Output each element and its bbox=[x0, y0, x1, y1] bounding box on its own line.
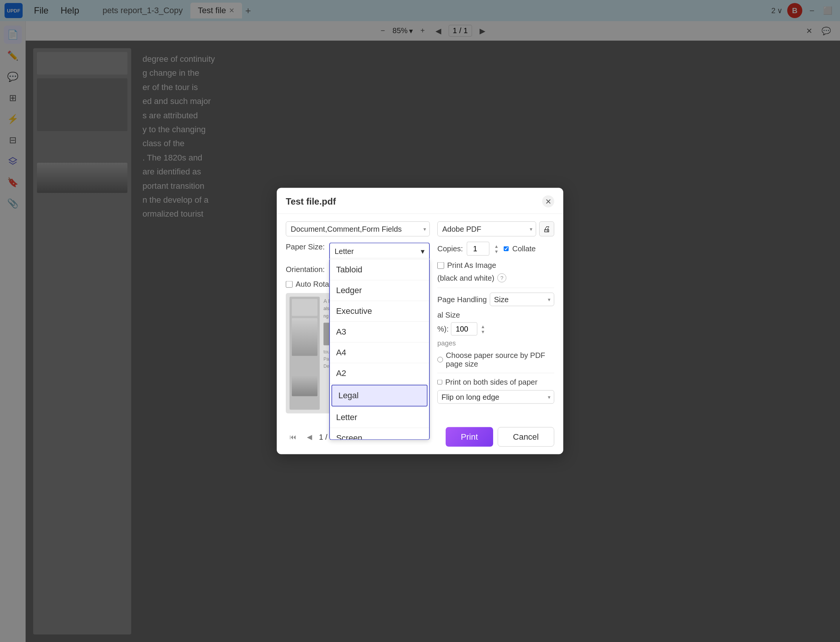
content-row: Document,Comment,Form Fields ▾ bbox=[286, 222, 430, 237]
both-sides-row: Print on both sides of paper bbox=[437, 378, 554, 387]
divider-1 bbox=[437, 288, 554, 288]
copies-input[interactable] bbox=[467, 242, 489, 256]
copies-row: Copies: ▲ ▼ Collate bbox=[437, 242, 554, 256]
percent-up[interactable]: ▲ bbox=[479, 324, 486, 329]
cancel-button[interactable]: Cancel bbox=[498, 427, 554, 447]
orientation-label: Orientation: bbox=[286, 265, 325, 274]
percent-input-row: %): ▲ ▼ bbox=[437, 323, 554, 336]
print-as-image-label: Print As Image bbox=[447, 261, 496, 270]
custom-size-label: al Size bbox=[437, 311, 460, 319]
dialog-body: Document,Comment,Form Fields ▾ Paper Siz… bbox=[277, 214, 563, 421]
both-sides-label: Print on both sides of paper bbox=[445, 378, 538, 387]
paper-size-trigger-arrow: ▾ bbox=[421, 247, 424, 256]
print-dialog: Test file.pdf ✕ Document,Comment,Form Fi… bbox=[277, 188, 563, 454]
print-as-image-row: Print As Image bbox=[437, 261, 554, 270]
print-button[interactable]: Print bbox=[446, 427, 493, 447]
dialog-right-column: Adobe PDF ▾ 🖨 Copies: ▲ ▼ Collate bbox=[437, 222, 554, 414]
color-help-icon[interactable]: ? bbox=[497, 274, 506, 282]
collate-checkbox[interactable] bbox=[504, 246, 509, 251]
paper-size-label: Paper Size: bbox=[286, 243, 325, 251]
custom-size-row: al Size bbox=[437, 311, 554, 319]
handling-row: Page Handling Size ▾ bbox=[437, 293, 554, 306]
paper-option-ledger[interactable]: Ledger bbox=[330, 280, 429, 301]
percent-input[interactable] bbox=[451, 323, 477, 336]
paper-size-dropdown: Tabloid Ledger Executive A3 A4 A2 Legal … bbox=[329, 259, 430, 440]
paper-option-letter[interactable]: Letter bbox=[330, 407, 429, 428]
percent-down[interactable]: ▼ bbox=[479, 329, 486, 334]
content-select[interactable]: Document,Comment,Form Fields bbox=[286, 222, 430, 237]
auto-rotate-checkbox[interactable] bbox=[286, 281, 292, 287]
printer-row: Adobe PDF ▾ 🖨 bbox=[437, 222, 554, 237]
dialog-title: Test file.pdf bbox=[286, 196, 336, 207]
paper-source-radio[interactable] bbox=[437, 357, 443, 363]
paper-option-a4[interactable]: A4 bbox=[330, 342, 429, 363]
pages-label: pages bbox=[437, 339, 456, 347]
dialog-actions: Print Cancel bbox=[446, 427, 554, 447]
copies-down[interactable]: ▼ bbox=[493, 249, 500, 254]
pages-text: pages bbox=[437, 339, 554, 347]
copies-up[interactable]: ▲ bbox=[493, 243, 500, 249]
color-label: (black and white) bbox=[437, 274, 494, 282]
collate-label: Collate bbox=[512, 245, 536, 253]
printer-settings-button[interactable]: 🖨 bbox=[539, 222, 554, 237]
color-row: (black and white) ? bbox=[437, 274, 554, 282]
content-select-wrapper: Document,Comment,Form Fields ▾ bbox=[286, 222, 430, 237]
paper-size-dropdown-container: Letter ▾ Tabloid Ledger Executive A3 A4 … bbox=[329, 243, 430, 259]
handling-select-wrapper: Size ▾ bbox=[490, 293, 554, 306]
paper-size-trigger[interactable]: Letter ▾ bbox=[329, 243, 430, 259]
dialog-left-column: Document,Comment,Form Fields ▾ Paper Siz… bbox=[286, 222, 430, 414]
paper-option-a2[interactable]: A2 bbox=[330, 363, 429, 384]
percent-label: %): bbox=[437, 325, 448, 334]
dialog-header: Test file.pdf ✕ bbox=[277, 188, 563, 214]
paper-size-value: Letter bbox=[335, 247, 354, 255]
printer-select[interactable]: Adobe PDF bbox=[437, 222, 536, 237]
paper-option-executive[interactable]: Executive bbox=[330, 301, 429, 322]
printer-select-wrapper: Adobe PDF ▾ bbox=[437, 222, 536, 237]
divider-2 bbox=[437, 373, 554, 373]
percent-spinner: ▲ ▼ bbox=[479, 324, 486, 334]
flip-select-wrapper: Flip on long edge Flip on short edge ▾ bbox=[437, 390, 554, 404]
dialog-close-button[interactable]: ✕ bbox=[542, 196, 554, 208]
paper-source-label: Choose paper source by PDF page size bbox=[446, 351, 554, 368]
page-prev-button[interactable]: ◀ bbox=[303, 431, 316, 443]
flip-select[interactable]: Flip on long edge Flip on short edge bbox=[437, 390, 554, 404]
both-sides-checkbox[interactable] bbox=[437, 380, 442, 385]
paper-option-legal[interactable]: Legal bbox=[331, 385, 427, 407]
print-as-image-checkbox[interactable] bbox=[437, 262, 444, 269]
paper-option-screen[interactable]: Screen bbox=[330, 428, 429, 440]
handling-label: Page Handling bbox=[437, 295, 487, 304]
paper-source-row: Choose paper source by PDF page size bbox=[437, 351, 554, 368]
paper-option-a3[interactable]: A3 bbox=[330, 322, 429, 342]
handling-select[interactable]: Size bbox=[490, 293, 554, 306]
paper-option-tabloid[interactable]: Tabloid bbox=[330, 259, 429, 280]
page-first-button[interactable]: ⏮ bbox=[286, 431, 300, 443]
copies-spinner: ▲ ▼ bbox=[493, 243, 500, 254]
paper-size-row: Paper Size: Letter ▾ Tabloid Ledger Exec… bbox=[286, 243, 430, 259]
copies-label: Copies: bbox=[437, 245, 463, 253]
